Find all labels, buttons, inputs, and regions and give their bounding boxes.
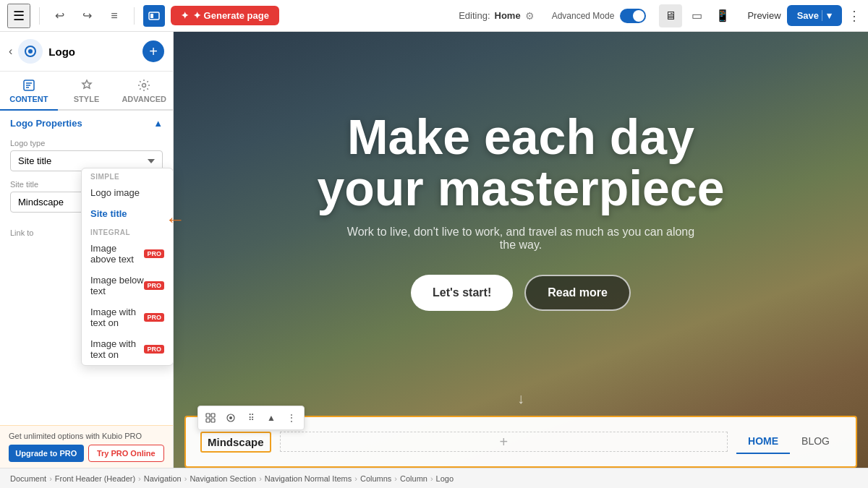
dropdown-image-above[interactable]: Image above text PRO bbox=[82, 238, 173, 270]
sidebar-back-button[interactable]: ‹ bbox=[9, 45, 12, 58]
history-button[interactable]: ≡ bbox=[103, 5, 125, 27]
tab-advanced[interactable]: ADVANCED bbox=[115, 72, 173, 111]
logo-type-dropdown: SIMPLE Logo image Site title INTEGRAL Im… bbox=[81, 168, 174, 366]
preview-button[interactable]: Preview bbox=[747, 10, 780, 21]
breadcrumb-document[interactable]: Document bbox=[10, 474, 46, 483]
pro-bar-text: Get unlimited options with Kubio PRO bbox=[9, 432, 164, 440]
svg-rect-12 bbox=[211, 419, 215, 422]
advanced-mode-switch[interactable] bbox=[620, 9, 646, 23]
tablet-icon[interactable]: ▭ bbox=[685, 4, 708, 27]
redo-button[interactable]: ↪ bbox=[76, 5, 98, 27]
hero-title: Make each day your masterpiece bbox=[317, 111, 724, 215]
nav-add-button[interactable]: + bbox=[499, 434, 508, 450]
tab-advanced-label: ADVANCED bbox=[122, 95, 166, 103]
nav-tool-more[interactable]: ⋮ bbox=[282, 408, 301, 427]
hero-content: Make each day your masterpiece Work to l… bbox=[174, 32, 868, 390]
lets-start-button[interactable]: Let's start! bbox=[411, 275, 513, 311]
nav-spacer: + bbox=[280, 432, 728, 452]
desktop-icon[interactable]: 🖥 bbox=[659, 4, 682, 27]
dropdown-image-text-2[interactable]: Image with text on PRO bbox=[82, 333, 173, 365]
dropdown-logo-image[interactable]: Logo image bbox=[82, 182, 173, 203]
page-settings-icon[interactable]: ⚙ bbox=[525, 10, 535, 22]
pro-badge-1: PRO bbox=[144, 249, 164, 258]
pro-bar: Get unlimited options with Kubio PRO Upg… bbox=[0, 425, 173, 468]
tab-style[interactable]: STYLE bbox=[58, 72, 116, 111]
pro-badge-4: PRO bbox=[144, 345, 164, 354]
dropdown-image-above-label: Image above text bbox=[90, 243, 144, 265]
breadcrumb: Document › Front Header (Header) › Navig… bbox=[0, 468, 868, 488]
hero-buttons: Let's start! Read more bbox=[411, 275, 631, 311]
editing-page: Home bbox=[495, 10, 521, 21]
nav-tool-grid[interactable] bbox=[201, 408, 220, 427]
svg-rect-10 bbox=[211, 414, 215, 417]
hero-subtitle: Work to live, don't live to work, and tr… bbox=[340, 226, 702, 252]
save-label: Save bbox=[797, 10, 819, 21]
breadcrumb-navigation[interactable]: Navigation bbox=[144, 474, 182, 483]
upgrade-to-pro-button[interactable]: Upgrade to PRO bbox=[9, 445, 84, 462]
pro-bar-buttons: Upgrade to PRO Try PRO Online bbox=[9, 445, 164, 462]
generate-icon: ✦ bbox=[181, 10, 189, 21]
dropdown-image-below[interactable]: Image below text PRO bbox=[82, 270, 173, 301]
nav-link-blog[interactable]: BLOG bbox=[790, 429, 841, 454]
divider bbox=[39, 7, 40, 25]
save-dropdown-icon[interactable]: ▾ bbox=[822, 10, 832, 21]
svg-rect-9 bbox=[206, 414, 210, 417]
sidebar-tabs: CONTENT STYLE ADVANCED bbox=[0, 72, 173, 111]
pro-badge-2: PRO bbox=[144, 281, 164, 290]
pro-badge-3: PRO bbox=[144, 313, 164, 322]
hero-title-line1: Make each day bbox=[347, 109, 694, 164]
logo-type-label: Logo type bbox=[10, 139, 163, 147]
svg-point-14 bbox=[229, 416, 232, 419]
hamburger-button[interactable]: ☰ bbox=[7, 4, 30, 28]
sidebar-add-button[interactable]: + bbox=[142, 40, 164, 62]
dropdown-image-below-label: Image below text bbox=[90, 275, 144, 296]
undo-button[interactable]: ↩ bbox=[48, 5, 70, 27]
device-icons: 🖥 ▭ 📱 bbox=[659, 4, 734, 27]
sidebar-header: ‹ Logo + bbox=[0, 32, 173, 72]
advanced-mode-label: Advanced Mode bbox=[552, 11, 615, 21]
generate-page-button[interactable]: ✦ ✦ Generate page bbox=[171, 6, 279, 25]
breadcrumb-nav-section[interactable]: Navigation Section bbox=[190, 474, 256, 483]
read-more-button[interactable]: Read more bbox=[524, 275, 631, 311]
breadcrumb-columns[interactable]: Columns bbox=[360, 474, 391, 483]
integral-group-label: INTEGRAL bbox=[82, 224, 173, 238]
divider2 bbox=[134, 7, 135, 25]
tab-content[interactable]: CONTENT bbox=[0, 72, 58, 111]
logo-properties-section[interactable]: Logo Properties ▲ bbox=[0, 111, 173, 134]
dropdown-logo-image-label: Logo image bbox=[90, 187, 140, 198]
more-options-button[interactable]: ⋮ bbox=[848, 8, 861, 24]
try-pro-online-button[interactable]: Try PRO Online bbox=[88, 445, 165, 462]
svg-point-8 bbox=[142, 84, 146, 87]
svg-rect-1 bbox=[150, 14, 153, 18]
nav-tool-up[interactable]: ▲ bbox=[262, 408, 281, 427]
tab-content-label: CONTENT bbox=[9, 95, 48, 103]
dropdown-image-text-1-label: Image with text on bbox=[90, 307, 144, 328]
simple-group-label: SIMPLE bbox=[82, 168, 173, 182]
svg-rect-11 bbox=[206, 419, 210, 422]
section-title-label: Logo Properties bbox=[10, 118, 82, 129]
canvas: Make each day your masterpiece Work to l… bbox=[174, 32, 868, 468]
mobile-icon[interactable]: 📱 bbox=[711, 4, 734, 27]
breadcrumb-header[interactable]: Front Header (Header) bbox=[55, 474, 135, 483]
nav-logo-widget: ⠿ ▲ ⋮ Mindscape bbox=[200, 432, 271, 453]
save-button[interactable]: Save ▾ bbox=[787, 5, 842, 26]
nav-right-links: HOME BLOG bbox=[736, 429, 841, 454]
editing-info: Editing: Home ⚙ bbox=[459, 10, 535, 22]
dropdown-image-text-1[interactable]: Image with text on PRO bbox=[82, 301, 173, 333]
dropdown-site-title-label: Site title bbox=[90, 208, 127, 219]
breadcrumb-logo[interactable]: Logo bbox=[436, 474, 454, 483]
breadcrumb-column[interactable]: Column bbox=[400, 474, 427, 483]
nav-tool-logo[interactable] bbox=[221, 408, 240, 427]
nav-link-home[interactable]: HOME bbox=[736, 429, 790, 454]
hero-background: Make each day your masterpiece Work to l… bbox=[174, 32, 868, 468]
canvas-nav[interactable]: ⠿ ▲ ⋮ Mindscape + HOME BLOG bbox=[184, 416, 857, 468]
dropdown-site-title[interactable]: Site title bbox=[82, 203, 173, 224]
selection-arrow: ← bbox=[165, 208, 185, 231]
breadcrumb-nav-items[interactable]: Navigation Normal Items bbox=[265, 474, 352, 483]
nav-logo-box[interactable]: Mindscape bbox=[200, 432, 271, 453]
edit-mode-button[interactable] bbox=[143, 5, 165, 27]
nav-tool-move[interactable]: ⠿ bbox=[242, 408, 260, 427]
generate-label: ✦ Generate page bbox=[193, 10, 269, 21]
nav-logo-toolbar: ⠿ ▲ ⋮ bbox=[197, 406, 305, 430]
dropdown-image-text-2-label: Image with text on bbox=[90, 338, 144, 360]
